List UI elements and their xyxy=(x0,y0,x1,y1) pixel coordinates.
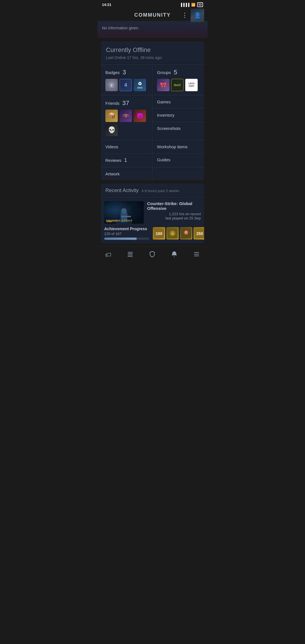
svg-rect-22 xyxy=(128,255,133,255)
avatar[interactable]: 👤 xyxy=(191,8,204,22)
badge-silver-icon: II xyxy=(105,79,118,91)
bottom-nav: 🏷 xyxy=(97,247,208,265)
inventory-cell[interactable]: Inventory xyxy=(152,109,204,122)
videos-label: Videos xyxy=(105,144,148,149)
cs-logo-text: COUNTER-STRIKE xyxy=(106,219,133,222)
achievement-info: Achievement Progress 120 of 167 xyxy=(104,227,149,240)
workshop-label: Workshop Items xyxy=(157,144,200,149)
badges-groups-row: Badges 3 II 4 ♻ 2022 Groups 5 xyxy=(101,65,204,95)
reviews-cell[interactable]: Reviews 1 xyxy=(101,153,152,167)
svg-rect-26 xyxy=(194,256,199,256)
nav-bell-icon[interactable] xyxy=(171,251,178,259)
nav-shield-icon[interactable] xyxy=(149,251,156,259)
friends-games-row: Friends 37 📦 🦇 😈 💀 Games Inventory Scree… xyxy=(101,95,204,140)
achievement-count: 120 of 167 xyxy=(104,232,149,236)
nav-list-icon[interactable] xyxy=(127,251,134,259)
svg-point-5 xyxy=(121,208,127,214)
activity-section: Recent Activity 4.9 hours past 2 weeks xyxy=(101,184,204,243)
empty-cell xyxy=(152,167,204,180)
artwork-label: Artwork xyxy=(105,171,148,176)
screenshots-label: Screenshots xyxy=(157,126,180,131)
info-text: No information given. xyxy=(102,26,139,30)
svg-text:🔒: 🔒 xyxy=(171,232,175,235)
achievement-bar-bg xyxy=(104,238,149,240)
videos-cell[interactable]: Videos xyxy=(101,140,152,153)
achievement-icon-4: 250 xyxy=(193,227,204,240)
offline-section: Currently Offline Last Online 17 hrs, 39… xyxy=(101,41,204,65)
right-column: Games Inventory Screenshots xyxy=(152,95,204,140)
activity-header: Recent Activity 4.9 hours past 2 weeks xyxy=(101,184,204,198)
artwork-row: Artwork xyxy=(101,167,204,180)
friend-icons: 📦 🦇 😈 💀 xyxy=(105,110,148,136)
svg-rect-20 xyxy=(128,252,133,253)
achievement-icon-3: 🎯 xyxy=(180,227,192,240)
badge-icons: II 4 ♻ 2022 xyxy=(105,79,148,91)
game-thumbnail[interactable]: COUNTER STRIKE COUNTER-STRIKE xyxy=(104,201,144,224)
group-letuchiy-icon: LETUCHIY xyxy=(185,79,198,91)
guides-label: Guides xyxy=(157,157,200,162)
workshop-cell[interactable]: Workshop Items xyxy=(152,140,204,153)
page-title: COMMUNITY xyxy=(134,12,171,18)
svg-text:II: II xyxy=(111,84,112,87)
videos-workshop-row: Videos Workshop Items xyxy=(101,140,204,153)
achievement-icon-1: 100 xyxy=(153,227,165,240)
group-icons: 🎀 NaVi LETUCHIY xyxy=(157,79,200,91)
friend-3-icon: 😈 xyxy=(134,110,146,122)
game-last-played: last played on 25 Sep xyxy=(147,216,201,220)
friends-count: 37 xyxy=(122,99,129,107)
svg-rect-24 xyxy=(194,252,199,253)
svg-text:250: 250 xyxy=(196,231,203,236)
game-name: Counter-Strike: Global Offensive xyxy=(147,201,201,211)
achievement-icons: 100 🔒 🎯 250 xyxy=(153,227,204,240)
status-icons: ▐▐▐▐ 📶 53 xyxy=(180,2,203,7)
activity-title: Recent Activity xyxy=(105,188,139,193)
artwork-cell[interactable]: Artwork xyxy=(101,167,152,180)
group-navi-icon: NaVi xyxy=(171,79,184,91)
nav-tag-icon[interactable]: 🏷 xyxy=(105,251,111,259)
game-entry: COUNTER STRIKE COUNTER-STRIKE Counter-St… xyxy=(101,198,204,243)
game-info: Counter-Strike: Global Offensive 1,223 h… xyxy=(147,201,201,220)
friends-label: Friends xyxy=(105,101,119,106)
achievement-bar-fill xyxy=(104,238,137,240)
badges-label: Badges xyxy=(105,70,120,75)
top-nav: COMMUNITY ⋮ 👤 xyxy=(97,9,208,21)
badge-4-icon: 4 xyxy=(119,79,132,91)
wifi-icon: 📶 xyxy=(191,3,195,7)
friends-cell[interactable]: Friends 37 📦 🦇 😈 💀 xyxy=(101,95,152,140)
game-row: COUNTER STRIKE COUNTER-STRIKE Counter-St… xyxy=(104,201,201,224)
offline-title: Currently Offline xyxy=(106,46,199,54)
games-cell[interactable]: Games xyxy=(152,95,204,109)
offline-subtitle: Last Online 17 hrs, 39 mins ago xyxy=(106,55,199,60)
friend-1-icon: 📦 xyxy=(105,110,118,122)
reviews-guides-row: Reviews 1 Guides xyxy=(101,153,204,167)
svg-text:🎯: 🎯 xyxy=(184,230,188,234)
svg-text:100: 100 xyxy=(156,231,162,236)
group-anime-icon: 🎀 xyxy=(157,79,169,91)
achievement-row: Achievement Progress 120 of 167 100 🔒 🎯 … xyxy=(104,227,201,240)
activity-subtitle: 4.9 hours past 2 weeks xyxy=(141,189,179,193)
badge-steam-icon: ♻ 2022 xyxy=(134,79,146,91)
battery-icon: 53 xyxy=(197,2,203,7)
achievement-label: Achievement Progress xyxy=(104,227,149,231)
more-options-button[interactable]: ⋮ xyxy=(182,12,188,19)
inventory-label: Inventory xyxy=(157,113,175,118)
groups-cell[interactable]: Groups 5 🎀 NaVi LETUCHIY xyxy=(152,65,204,95)
svg-rect-23 xyxy=(128,256,133,257)
avatar-image: 👤 xyxy=(191,8,204,22)
guides-cell[interactable]: Guides xyxy=(152,153,204,167)
groups-count: 5 xyxy=(174,69,177,76)
groups-label: Groups xyxy=(157,70,171,75)
svg-rect-25 xyxy=(194,254,199,254)
reviews-label: Reviews 1 xyxy=(105,157,148,163)
screenshots-cell[interactable]: Screenshots xyxy=(152,122,204,135)
friend-4-icon: 💀 xyxy=(105,124,118,136)
profile-card: Currently Offline Last Online 17 hrs, 39… xyxy=(101,41,204,180)
badges-cell[interactable]: Badges 3 II 4 ♻ 2022 xyxy=(101,65,152,95)
svg-rect-6 xyxy=(121,216,131,217)
nav-menu-icon[interactable] xyxy=(193,251,200,259)
friend-2-icon: 🦇 xyxy=(119,110,132,122)
info-bar: No information given. xyxy=(97,21,208,38)
svg-rect-21 xyxy=(128,253,133,254)
signal-icon: ▐▐▐▐ xyxy=(180,3,189,7)
status-time: 14:21 xyxy=(102,3,111,7)
